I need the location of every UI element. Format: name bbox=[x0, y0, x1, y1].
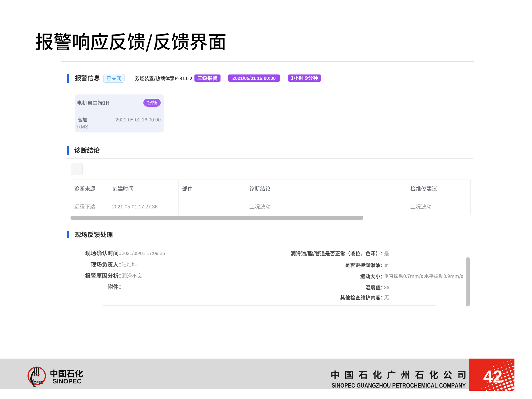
svg-text:OPEC: OPEC bbox=[34, 381, 43, 384]
